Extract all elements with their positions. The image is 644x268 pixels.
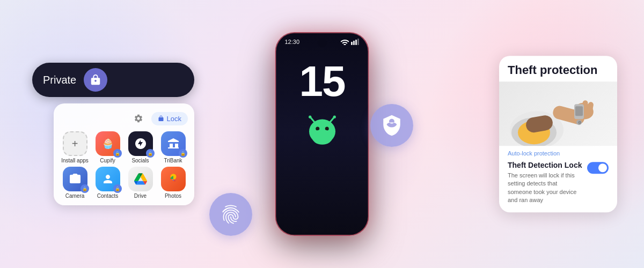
left-panel: Private Lock + Insta xyxy=(32,63,194,205)
app-item-contacts[interactable]: 🔒 Contacts xyxy=(93,167,122,199)
svg-rect-2 xyxy=(353,41,355,45)
svg-text:⚙: ⚙ xyxy=(578,121,581,124)
svg-point-8 xyxy=(333,116,335,118)
svg-point-12 xyxy=(312,130,333,145)
theft-image: ⚙ xyxy=(499,81,617,146)
camera-lock-badge: 🔒 xyxy=(80,184,89,193)
wifi-icon xyxy=(341,39,349,45)
app-item-socials[interactable]: 🔒 Socials xyxy=(126,131,155,163)
phone: 12:30 15 xyxy=(275,32,369,236)
phone-time: 12:30 xyxy=(285,39,300,45)
app-icon-tribank: 🔒 xyxy=(161,131,186,156)
android-robot xyxy=(298,114,346,151)
socials-icon-svg xyxy=(134,137,147,150)
app-label-cupify: Cupify xyxy=(100,158,115,163)
app-icon-cupify: 🧁 🔒 xyxy=(96,131,120,156)
app-item-install[interactable]: + Install apps xyxy=(60,131,90,163)
lock-icon xyxy=(90,74,101,86)
phone-big-number: 15 xyxy=(299,60,345,103)
app-grid-container: Lock + Install apps 🧁 🔒 Cupify xyxy=(54,103,194,205)
contacts-icon-svg xyxy=(101,173,114,185)
theft-image-inner: ⚙ xyxy=(499,81,617,146)
drive-icon-svg xyxy=(134,173,147,185)
socials-lock-badge: 🔒 xyxy=(146,149,155,158)
svg-rect-3 xyxy=(355,40,357,45)
svg-rect-1 xyxy=(351,42,353,45)
private-lock-button[interactable] xyxy=(84,68,107,92)
shield-key-icon xyxy=(380,114,403,137)
lock-small-button[interactable]: Lock xyxy=(151,112,188,125)
fingerprint-bubble[interactable] xyxy=(209,193,252,236)
gear-icon xyxy=(134,114,143,123)
contacts-lock-badge: 🔒 xyxy=(113,184,122,193)
app-label-contacts: Contacts xyxy=(97,193,118,199)
app-label-photos: Photos xyxy=(165,193,181,199)
camera-icon-svg xyxy=(69,173,82,185)
app-item-camera[interactable]: 🔒 Camera xyxy=(60,167,90,199)
shield-bubble[interactable] xyxy=(370,104,413,147)
svg-point-11 xyxy=(325,127,328,131)
theft-detection-row: Theft Detection Lock The screen will loc… xyxy=(499,159,617,212)
app-label-tribank: TriBank xyxy=(164,158,182,163)
app-item-photos[interactable]: Photos xyxy=(158,167,188,199)
tribank-lock-badge: 🔒 xyxy=(179,149,187,158)
svg-point-6 xyxy=(309,116,311,118)
app-label-install: Install apps xyxy=(61,158,89,163)
app-item-drive[interactable]: Drive xyxy=(126,167,155,199)
svg-rect-22 xyxy=(575,106,583,116)
tribank-icon-svg xyxy=(167,137,180,150)
lock-small-icon xyxy=(158,115,164,122)
phone-screen: 12:30 15 xyxy=(276,33,368,235)
app-icon-install: + xyxy=(63,131,87,156)
svg-rect-4 xyxy=(357,39,359,45)
android-robot-svg xyxy=(298,114,346,151)
theft-detection-toggle[interactable] xyxy=(587,162,609,174)
phone-notch xyxy=(318,39,326,47)
app-icon-socials: 🔒 xyxy=(128,131,153,156)
theft-detection-description: The screen will lock if this setting det… xyxy=(508,172,583,205)
theft-illustration: ⚙ xyxy=(504,81,612,146)
app-icon-contacts: 🔒 xyxy=(96,167,120,191)
svg-point-10 xyxy=(316,127,319,131)
app-item-tribank[interactable]: 🔒 TriBank xyxy=(158,131,188,163)
app-grid: + Install apps 🧁 🔒 Cupify 🔒 Socials xyxy=(60,131,188,199)
fingerprint-icon xyxy=(219,203,242,226)
signal-icon xyxy=(351,39,360,45)
cupify-lock-badge: 🔒 xyxy=(113,149,122,158)
app-item-cupify[interactable]: 🧁 🔒 Cupify xyxy=(93,131,122,163)
private-label: Private xyxy=(43,74,76,86)
app-icon-photos xyxy=(161,167,186,191)
gear-button[interactable] xyxy=(130,110,147,127)
app-grid-top: Lock xyxy=(60,110,188,127)
app-label-camera: Camera xyxy=(65,193,85,199)
lock-small-label: Lock xyxy=(167,115,181,123)
app-icon-drive xyxy=(128,167,153,191)
right-panel: Theft protection xyxy=(499,56,617,212)
private-pill[interactable]: Private xyxy=(32,63,194,97)
app-label-drive: Drive xyxy=(134,193,147,199)
app-icon-camera: 🔒 xyxy=(63,167,87,191)
app-label-socials: Socials xyxy=(131,158,149,163)
theft-protection-title: Theft protection xyxy=(499,56,617,81)
phone-status-icons xyxy=(341,39,360,45)
auto-lock-label: Auto-lock protection xyxy=(499,146,617,159)
theft-detection-title: Theft Detection Lock xyxy=(508,161,583,169)
photos-icon-svg xyxy=(166,172,180,186)
